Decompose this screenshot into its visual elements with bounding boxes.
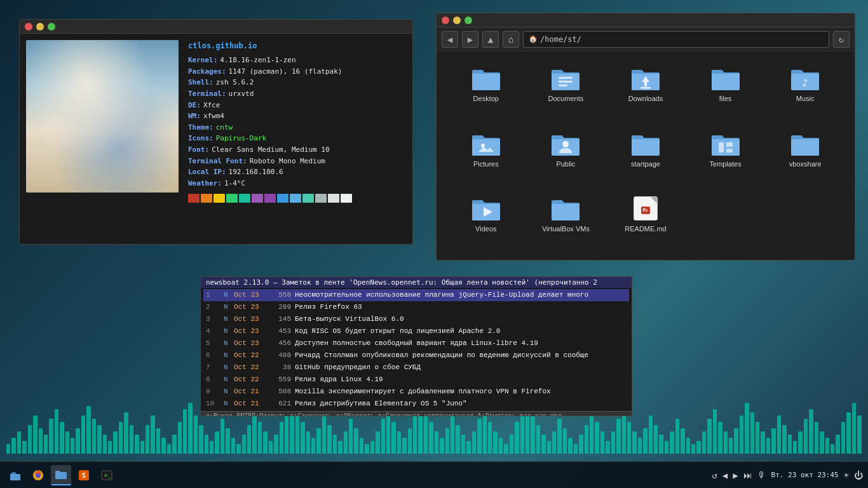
viz-bar — [713, 409, 717, 454]
color-offwhite — [341, 194, 352, 203]
newsboat-row-9[interactable]: 9 N Oct 21 508 Mozilla экспериментирует … — [203, 386, 629, 398]
newsboat-row-8[interactable]: 8 N Oct 22 559 Релиз ядра Linux 4.19 — [203, 374, 629, 386]
taskbar: S >_ ↺ ◀ ▶ ⏭ 🎙 Вт. 23 окт 23:45 ☀ ⏻ — [0, 461, 868, 488]
tray-next-icon[interactable]: ⏭ — [743, 470, 752, 480]
svg-text:♪: ♪ — [802, 77, 808, 89]
taskbar-terminal[interactable]: >_ — [97, 465, 117, 485]
newsboat-row-5[interactable]: 5 N Oct 23 456 Доступен полностью свобод… — [203, 337, 629, 349]
viz-bar — [413, 416, 417, 454]
newsboat-content[interactable]: 1 N Oct 23 558 Неосмотрительное использо… — [201, 288, 632, 411]
forward-button[interactable]: ▶ — [462, 31, 478, 48]
svg-text:S: S — [82, 472, 86, 479]
viz-bar — [242, 435, 246, 454]
tray-mic-icon[interactable]: 🎙 — [757, 470, 766, 480]
taskbar-folder[interactable] — [51, 465, 71, 485]
folder-videos[interactable]: Videos — [449, 191, 523, 250]
viz-bar — [675, 419, 679, 454]
folder-files-icon — [710, 66, 741, 92]
folder-music[interactable]: ♪ Music — [768, 61, 842, 120]
folder-videos-label: Videos — [475, 225, 496, 233]
folder-desktop[interactable]: Desktop — [449, 61, 523, 120]
newsboat-row-2[interactable]: 2 N Oct 23 289 Релиз Firefox 63 — [203, 301, 629, 313]
folder-downloads[interactable]: Downloads — [609, 61, 682, 120]
folder-desktop-label: Desktop — [473, 95, 499, 102]
viz-bar — [6, 444, 10, 454]
viz-bar — [258, 422, 262, 454]
viz-bar — [579, 435, 583, 454]
maximize-button[interactable] — [48, 23, 55, 30]
viz-bar — [33, 416, 37, 454]
svg-rect-2 — [559, 85, 567, 86]
folder-templates-label: Templates — [710, 160, 742, 168]
viz-bar — [178, 422, 182, 454]
folder-pictures[interactable]: Pictures — [449, 126, 523, 186]
viz-bar — [836, 435, 839, 454]
folder-documents[interactable]: Documents — [529, 61, 603, 120]
tray-power-icon[interactable]: ⏻ — [854, 470, 863, 480]
newsboat-row-10[interactable]: 10 N Oct 21 621 Релиз дистрибутива Eleme… — [203, 398, 629, 410]
minimize-button[interactable] — [36, 23, 44, 30]
viz-bar — [301, 422, 304, 454]
tray-play-icon[interactable]: ▶ — [733, 470, 738, 480]
folder-startpage[interactable]: startpage — [609, 126, 682, 186]
refresh-button[interactable]: ↻ — [833, 31, 850, 48]
info-font: Font: Clear Sans Medium, Medium 10 — [188, 144, 406, 156]
folder-vboxshare[interactable]: vboxshare — [768, 126, 842, 186]
info-packages: Packages: 1147 (pacman), 16 (flatpak) — [188, 66, 406, 78]
tray-refresh-icon[interactable]: ↺ — [712, 470, 717, 480]
taskbar-tray: ↺ ◀ ▶ ⏭ 🎙 Вт. 23 окт 23:45 ☀ ⏻ — [712, 470, 863, 480]
viz-bar — [456, 425, 459, 454]
tray-brightness-icon[interactable]: ☀ — [844, 470, 849, 480]
up-button[interactable]: ▲ — [482, 31, 499, 48]
fm-maximize-button[interactable] — [465, 17, 472, 24]
viz-bar — [771, 428, 775, 454]
fm-close-button[interactable] — [442, 17, 449, 24]
viz-bar — [440, 438, 444, 454]
folder-templates-icon — [710, 132, 741, 157]
color-blue — [277, 194, 288, 203]
newsboat-row-3[interactable]: 3 N Oct 23 145 Бета-выпуск VirtualBox 6.… — [203, 313, 629, 325]
home-button[interactable]: ⌂ — [503, 31, 519, 48]
folder-documents-icon — [550, 66, 581, 92]
newsboat-row-7[interactable]: 7 N Oct 22 38 GitHub предупредил о сбое … — [203, 362, 629, 374]
newsboat-row-6[interactable]: 6 N Oct 22 480 Ричард Столлман опубликов… — [203, 349, 629, 362]
folder-virtualboxvms[interactable]: VirtualBox VMs — [529, 191, 603, 250]
taskbar-sublime[interactable]: S — [74, 465, 94, 485]
folder-virtualboxvms-label: VirtualBox VMs — [542, 225, 590, 233]
folder-public-label: Public — [556, 160, 575, 168]
viz-bar — [210, 441, 214, 454]
taskbar-firefox[interactable] — [28, 465, 48, 485]
viz-bar — [28, 425, 32, 454]
newsboat-row-4[interactable]: 4 N Oct 23 453 Код RISC OS будет открыт … — [203, 325, 629, 337]
viz-bar — [135, 435, 139, 454]
viz-bar — [638, 438, 642, 454]
folder-startpage-icon — [630, 132, 661, 157]
folder-public[interactable]: Public — [529, 126, 603, 186]
viz-bar — [740, 416, 743, 454]
back-button[interactable]: ◀ — [442, 31, 458, 48]
fm-minimize-button[interactable] — [453, 17, 461, 24]
folder-files-label: files — [719, 95, 732, 102]
viz-bar — [643, 428, 647, 454]
viz-bar — [750, 412, 754, 454]
viz-bar — [119, 422, 123, 454]
viz-bar — [585, 425, 588, 454]
color-gray — [315, 194, 327, 203]
viz-bar — [632, 431, 636, 454]
close-button[interactable] — [25, 23, 32, 30]
file-readme[interactable]: M↓ README.md — [609, 191, 682, 250]
info-de: DE: Xfce — [188, 100, 406, 111]
color-purple — [252, 194, 263, 203]
folder-templates[interactable]: Templates — [689, 126, 763, 186]
folder-files[interactable]: files — [689, 61, 763, 120]
tray-prev-icon[interactable]: ◀ — [722, 470, 728, 480]
folder-virtualboxvms-icon — [550, 196, 581, 222]
address-bar[interactable]: 🏠 /home/st/ — [523, 31, 829, 48]
viz-bar — [370, 441, 374, 454]
newsboat-row-1[interactable]: 1 N Oct 23 558 Неосмотрительное использо… — [203, 289, 629, 301]
svg-rect-8 — [719, 142, 724, 152]
taskbar-files[interactable] — [5, 465, 25, 485]
viz-bar — [161, 438, 165, 454]
viz-bar — [499, 438, 503, 454]
viz-bar — [274, 435, 278, 454]
